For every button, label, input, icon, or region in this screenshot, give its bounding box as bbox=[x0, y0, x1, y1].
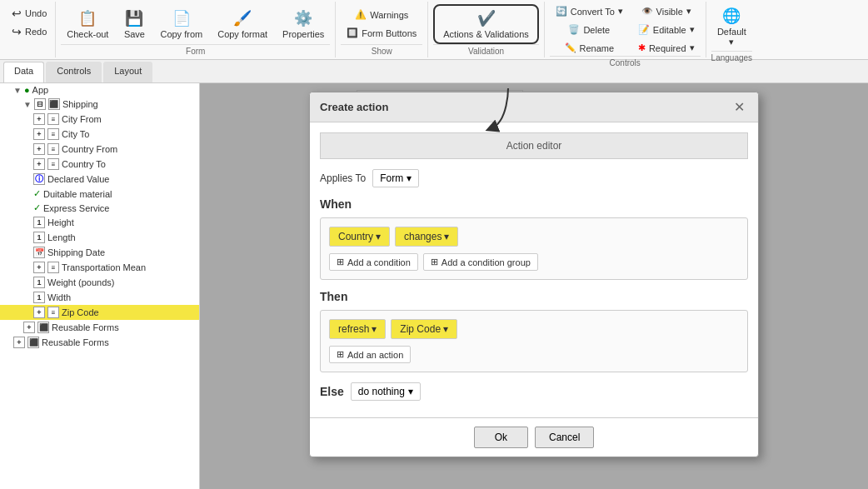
action-verb-dropdown[interactable]: refresh ▾ bbox=[329, 319, 386, 339]
length-type-icon: 1 bbox=[33, 232, 45, 243]
form-group-items: 📋 Check-out 💾 Save 📄 Copy from 🖌️ Copy f… bbox=[61, 3, 330, 44]
action-editor-header: Action editor bbox=[320, 132, 748, 159]
sidebar-item-country-to[interactable]: + ≡ Country To bbox=[0, 157, 199, 172]
applies-to-chevron-icon: ▾ bbox=[407, 172, 412, 184]
city-to-field-icon: ≡ bbox=[47, 128, 59, 140]
delete-button[interactable]: 🗑️ Delete bbox=[550, 22, 629, 37]
tab-data[interactable]: Data bbox=[3, 62, 44, 82]
copy-from-button[interactable]: 📄 Copy from bbox=[154, 6, 208, 42]
sidebar-item-city-to[interactable]: + ≡ City To bbox=[0, 127, 199, 142]
action-verb-chevron-icon: ▾ bbox=[372, 323, 377, 335]
add-action-button[interactable]: ⊞ Add an action bbox=[329, 346, 411, 363]
tab-layout[interactable]: Layout bbox=[103, 62, 152, 82]
validation-group-items: ✔️ Actions & Validations bbox=[433, 3, 539, 44]
cancel-button[interactable]: Cancel bbox=[535, 427, 594, 448]
properties-button[interactable]: ⚙️ Properties bbox=[277, 6, 330, 42]
else-dropdown[interactable]: do nothing ▾ bbox=[351, 382, 421, 401]
visible-button[interactable]: 👁️ Visible ▾ bbox=[632, 3, 701, 19]
default-icon: 🌐 bbox=[722, 7, 741, 25]
convert-to-button[interactable]: 🔄 Convert To ▾ bbox=[550, 3, 629, 19]
condition-row: Country ▾ changes ▾ bbox=[329, 227, 739, 247]
required-chevron: ▾ bbox=[690, 42, 695, 53]
visible-icon: 👁️ bbox=[641, 6, 653, 17]
controls-group-label: Controls bbox=[550, 56, 701, 67]
reusable-forms-2-type-icon: ⬛ bbox=[27, 337, 39, 348]
delete-icon: 🗑️ bbox=[568, 24, 580, 35]
checkout-button[interactable]: 📋 Check-out bbox=[61, 6, 114, 42]
save-button[interactable]: 💾 Save bbox=[117, 6, 151, 42]
declared-value-icon: ⓘ bbox=[33, 173, 45, 185]
sidebar-item-duitable-material[interactable]: ✓ Duitable material bbox=[0, 187, 199, 201]
default-chevron: ▾ bbox=[729, 37, 734, 47]
sidebar-item-shipping[interactable]: ▼ ⊟ ⬛ Shipping bbox=[0, 97, 199, 112]
zip-code-type-icon: + bbox=[33, 307, 45, 318]
transportation-means-type-icon: + bbox=[33, 262, 45, 273]
sidebar-item-country-from[interactable]: + ≡ Country From bbox=[0, 142, 199, 157]
sidebar-item-reusable-forms-1[interactable]: + ⬛ Reusable Forms bbox=[0, 320, 199, 335]
languages-group-items: 🌐 Default ▾ bbox=[711, 3, 752, 51]
modal-body: Action editor Applies To Form ▾ When bbox=[310, 122, 758, 417]
show-group: ⚠️ Warnings 🔲 Form Buttons Show bbox=[336, 2, 428, 57]
actions-validations-icon: ✔️ bbox=[477, 9, 496, 27]
editable-button[interactable]: 📝 Editable ▾ bbox=[632, 22, 701, 37]
sidebar-item-height[interactable]: 1 Height bbox=[0, 215, 199, 230]
condition-operator-dropdown[interactable]: changes ▾ bbox=[395, 227, 458, 247]
required-button[interactable]: ✱ Required ▾ bbox=[632, 40, 701, 56]
editable-icon: 📝 bbox=[638, 24, 650, 35]
warnings-button[interactable]: ⚠️ Warnings bbox=[341, 7, 422, 22]
else-row: Else do nothing ▾ bbox=[320, 382, 748, 401]
sidebar-item-transportation-means[interactable]: + ≡ Transportation Mean bbox=[0, 260, 199, 275]
visible-chevron: ▾ bbox=[686, 6, 691, 17]
languages-group: 🌐 Default ▾ Languages bbox=[706, 2, 758, 57]
sidebar-item-weight-pounds[interactable]: 1 Weight (pounds) bbox=[0, 275, 199, 290]
reusable-forms-1-expand-icon: + bbox=[23, 322, 35, 333]
rename-button[interactable]: ✏️ Rename bbox=[550, 40, 629, 56]
modal-header: Create action ✕ bbox=[310, 92, 758, 122]
sidebar-item-zip-code[interactable]: + ≡ Zip Code bbox=[0, 305, 199, 320]
convert-to-chevron: ▾ bbox=[618, 6, 623, 17]
ok-button[interactable]: Ok bbox=[474, 427, 528, 448]
sidebar-item-width[interactable]: 1 Width bbox=[0, 290, 199, 305]
sidebar-item-app[interactable]: ▼ ● App bbox=[0, 83, 199, 97]
sidebar-item-express-service[interactable]: ✓ Express Service bbox=[0, 201, 199, 215]
country-from-type-icon: + bbox=[33, 143, 45, 155]
add-condition-button[interactable]: ⊞ Add a condition bbox=[329, 253, 418, 271]
shipping-expand-icon: ▼ bbox=[23, 100, 32, 109]
condition-field-dropdown[interactable]: Country ▾ bbox=[329, 227, 390, 247]
add-condition-group-icon: ⊞ bbox=[431, 257, 438, 267]
city-from-field-icon: ≡ bbox=[47, 113, 59, 125]
form-buttons-button[interactable]: 🔲 Form Buttons bbox=[341, 25, 422, 41]
sidebar-item-length[interactable]: 1 Length bbox=[0, 230, 199, 245]
default-button[interactable]: 🌐 Default ▾ bbox=[711, 3, 752, 51]
country-to-field-icon: ≡ bbox=[47, 158, 59, 170]
shipping-type-icon: ⊟ bbox=[34, 98, 46, 110]
condition-box: Country ▾ changes ▾ ⊞ Add a condit bbox=[320, 217, 748, 280]
actions-validations-button[interactable]: ✔️ Actions & Validations bbox=[433, 4, 539, 44]
add-action-icon: ⊞ bbox=[337, 349, 344, 360]
copy-from-icon: 📄 bbox=[172, 9, 191, 27]
sidebar-item-city-from[interactable]: + ≡ City From bbox=[0, 112, 199, 127]
undo-button[interactable]: ↩ Undo bbox=[8, 5, 50, 22]
applies-to-dropdown[interactable]: Form ▾ bbox=[372, 169, 419, 187]
app-expand-icon: ▼ bbox=[13, 86, 22, 95]
tab-bar: Data Controls Layout bbox=[0, 60, 868, 83]
sidebar-item-declared-value[interactable]: ⓘ Declared Value bbox=[0, 172, 199, 187]
sidebar-item-shipping-date[interactable]: 📅 Shipping Date bbox=[0, 245, 199, 260]
validation-group-label: Validation bbox=[433, 44, 539, 56]
weight-pounds-type-icon: 1 bbox=[33, 277, 45, 288]
copy-format-icon: 🖌️ bbox=[233, 9, 252, 27]
redo-button[interactable]: ↪ Redo bbox=[8, 23, 50, 40]
tab-controls[interactable]: Controls bbox=[46, 62, 102, 82]
condition-field-chevron-icon: ▾ bbox=[376, 231, 381, 242]
add-condition-group-button[interactable]: ⊞ Add a condition group bbox=[423, 253, 538, 271]
else-label: Else bbox=[320, 385, 344, 398]
action-target-dropdown[interactable]: Zip Code ▾ bbox=[391, 319, 457, 339]
warnings-icon: ⚠️ bbox=[355, 9, 367, 20]
create-action-modal: Create action ✕ Action editor Applies To… bbox=[309, 92, 759, 457]
else-chevron-icon: ▾ bbox=[408, 386, 413, 397]
sidebar-item-reusable-forms-2[interactable]: + ⬛ Reusable Forms bbox=[0, 335, 199, 350]
modal-close-button[interactable]: ✕ bbox=[731, 99, 748, 115]
condition-actions-row: ⊞ Add a condition ⊞ Add a condition grou… bbox=[329, 253, 739, 271]
copy-format-button[interactable]: 🖌️ Copy format bbox=[212, 6, 273, 42]
then-title: Then bbox=[320, 290, 748, 303]
